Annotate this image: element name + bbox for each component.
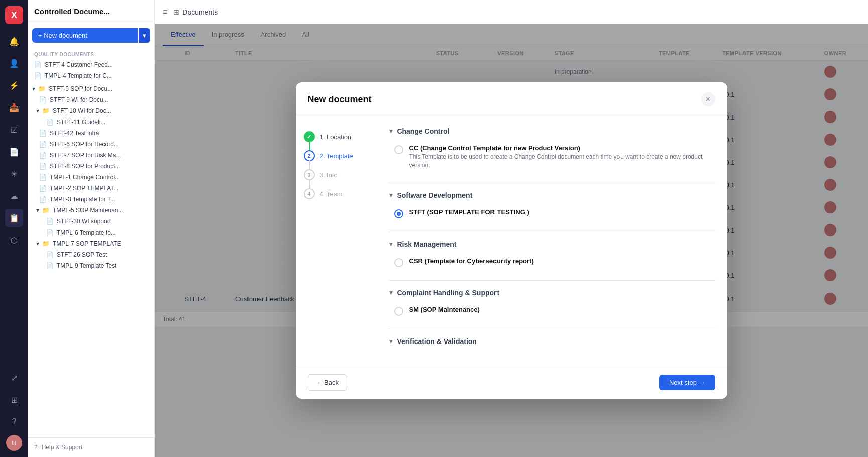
modal-steps: ✓ 1. Location 2 2. Template 3 3. Info (296, 115, 376, 366)
sidebar-icon-tune[interactable]: ⊞ (5, 391, 23, 409)
doc-icon: 📄 (39, 152, 47, 159)
app-logo[interactable]: X (5, 6, 23, 24)
next-step-button[interactable]: Next step → (659, 375, 715, 390)
section-vv: ▼ Verification & Validation (388, 333, 715, 350)
radio-sm[interactable] (394, 307, 403, 316)
tree-item-tmpl6[interactable]: 📄TMPL-6 Template fo... (28, 227, 154, 238)
doc-icon: 📄 (39, 174, 47, 181)
section-header-complaint[interactable]: ▼ Complaint Handling & Support (388, 285, 715, 301)
template-option-sm[interactable]: SM (SOP Maintenance) (388, 301, 715, 321)
sidebar-icon-bell[interactable]: 🔔 (5, 32, 23, 50)
sidebar-icon-sun[interactable]: ☀ (5, 165, 23, 183)
chevron-down-icon: ▼ (388, 338, 394, 345)
sidebar-icon-filter[interactable]: ⚡ (5, 76, 23, 94)
template-option-csr[interactable]: CSR (Template for Cybersecurity report) (388, 252, 715, 272)
folder-icon: 📁 (42, 107, 50, 115)
sidebar: X 🔔 👤 ⚡ 📥 ☑ 📄 ☀ ☁ 📋 ⬡ ⤢ ⊞ ? U (0, 0, 28, 457)
radio-csr[interactable] (394, 258, 403, 267)
back-button[interactable]: ← Back (308, 374, 348, 391)
template-name-csr: CSR (Template for Cybersecurity report) (409, 257, 534, 265)
step-circle-2: 2 (304, 150, 315, 161)
doc-icon: 📄 (46, 229, 54, 236)
main-area: ≡ ⊞ Documents Effective In progress Arch… (155, 0, 868, 457)
left-panel: Controlled Docume... + New document ▾ QU… (28, 0, 155, 457)
step-label-location: 1. Location (320, 133, 352, 141)
tree-item-tmpl9[interactable]: 📄TMPL-9 Template Test (28, 260, 154, 271)
sidebar-icon-cloud[interactable]: ☁ (5, 187, 23, 205)
tree-item-tmpl4[interactable]: 📄TMPL-4 Template for C... (28, 70, 154, 81)
modal-body: ✓ 1. Location 2 2. Template 3 3. Info (296, 115, 727, 366)
step-template: 2 2. Template (304, 146, 368, 165)
tree-item-stft9[interactable]: 📄STFT-9 WI for Docu... (28, 94, 154, 105)
section-header-software-dev[interactable]: ▼ Software Development (388, 187, 715, 203)
folder-icon: 📁 (42, 207, 50, 214)
new-document-dropdown-button[interactable]: ▾ (139, 28, 150, 43)
tree-item-tmpl3[interactable]: 📄TMPL-3 Template for T... (28, 194, 154, 205)
folder-icon: 📁 (42, 240, 50, 247)
radio-stft[interactable] (394, 209, 403, 218)
tree-item-stft7[interactable]: 📄STFT-7 SOP for Risk Ma... (28, 150, 154, 161)
tree-item-stft11[interactable]: 📄STFT-11 Guideli... (28, 117, 154, 128)
step-circle-4: 4 (304, 188, 315, 199)
section-label-vv: Verification & Validation (397, 337, 476, 346)
tree-item-stft5[interactable]: ▾📁STFT-5 SOP for Docu... (28, 83, 154, 94)
table-icon: ⊞ (173, 8, 179, 16)
doc-icon: 📄 (46, 262, 54, 269)
step-circle-1: ✓ (304, 131, 315, 142)
chevron-down-icon: ▼ (388, 128, 394, 135)
content-area: Effective In progress Archived All ID TI… (155, 24, 868, 457)
divider-1 (388, 183, 715, 183)
template-name-sm: SM (SOP Maintenance) (409, 306, 480, 313)
sidebar-icon-users[interactable]: 👤 (5, 54, 23, 72)
new-document-button[interactable]: + New document (32, 28, 138, 43)
tree-item-tmpl1[interactable]: 📄TMPL-1 Change Control... (28, 172, 154, 183)
section-label-change-control: Change Control (397, 127, 449, 135)
sidebar-icon-expand[interactable]: ⤢ (5, 369, 23, 387)
sidebar-icon-checklist[interactable]: ☑ (5, 121, 23, 139)
template-info-cc: CC (Change Control Template for new Prod… (409, 144, 709, 170)
tree-item-tmpl2[interactable]: 📄TMPL-2 SOP TEMPLAT... (28, 183, 154, 194)
tree-item-stft26[interactable]: 📄STFT-26 SOP Test (28, 249, 154, 260)
new-document-modal: New document × ✓ 1. Location 2 (296, 82, 727, 399)
doc-icon: 📄 (39, 141, 47, 148)
tree-item-stft30[interactable]: 📄STFT-30 WI support (28, 216, 154, 227)
quality-documents-section-label: QUALITY DOCUMENTS (28, 48, 154, 59)
doc-icon: 📄 (39, 196, 47, 203)
sidebar-icon-inbox[interactable]: 📥 (5, 98, 23, 117)
tree-item-stft8[interactable]: 📄STFT-8 SOP for Product... (28, 161, 154, 172)
doc-icon: 📄 (39, 185, 47, 192)
doc-icon: 📄 (46, 119, 54, 126)
filter-icon[interactable]: ≡ (163, 8, 167, 17)
step-location: ✓ 1. Location (304, 127, 368, 146)
topbar: ≡ ⊞ Documents (155, 0, 868, 24)
left-panel-header: Controlled Docume... (28, 0, 154, 23)
section-header-change-control[interactable]: ▼ Change Control (388, 123, 715, 139)
sidebar-icon-document[interactable]: 📄 (5, 143, 23, 161)
template-option-stft[interactable]: STFT (SOP TEMPLATE FOR TESTING ) (388, 203, 715, 223)
template-option-cc[interactable]: CC (Change Control Template for new Prod… (388, 139, 715, 175)
tree-item-tmpl7[interactable]: ▾📁TMPL-7 SOP TEMPLATE (28, 238, 154, 249)
chevron-down-icon: ▼ (388, 289, 394, 296)
section-label-risk-mgmt: Risk Management (397, 240, 456, 248)
tree-item-stft6[interactable]: 📄STFT-6 SOP for Record... (28, 139, 154, 150)
doc-icon: 📄 (39, 96, 47, 103)
help-icon: ? (34, 444, 38, 451)
tree-item-stft42[interactable]: 📄STFT-42 Test infra (28, 128, 154, 139)
section-change-control: ▼ Change Control CC (Change Control Temp… (388, 123, 715, 175)
radio-cc[interactable] (394, 145, 403, 154)
sidebar-icon-help[interactable]: ? (5, 413, 23, 431)
documents-tab[interactable]: ⊞ Documents (173, 8, 218, 16)
tab-label: Documents (182, 8, 218, 16)
section-header-vv[interactable]: ▼ Verification & Validation (388, 333, 715, 350)
template-name-cc: CC (Change Control Template for new Prod… (409, 144, 709, 152)
sidebar-icon-docs[interactable]: 📋 (5, 209, 23, 227)
help-support-row[interactable]: ? Help & Support (28, 437, 154, 457)
sidebar-icon-box[interactable]: ⬡ (5, 231, 23, 249)
tree-item-stft4[interactable]: 📄STFT-4 Customer Feed... (28, 59, 154, 70)
modal-footer: ← Back Next step → (296, 366, 727, 399)
section-header-risk-mgmt[interactable]: ▼ Risk Management (388, 236, 715, 252)
tree-item-tmpl5[interactable]: ▾📁TMPL-5 SOP Maintenan... (28, 205, 154, 216)
modal-close-button[interactable]: × (701, 92, 715, 106)
tree-item-stft10[interactable]: ▾📁STFT-10 WI for Doc... (28, 105, 154, 117)
sidebar-avatar[interactable]: U (6, 435, 22, 451)
